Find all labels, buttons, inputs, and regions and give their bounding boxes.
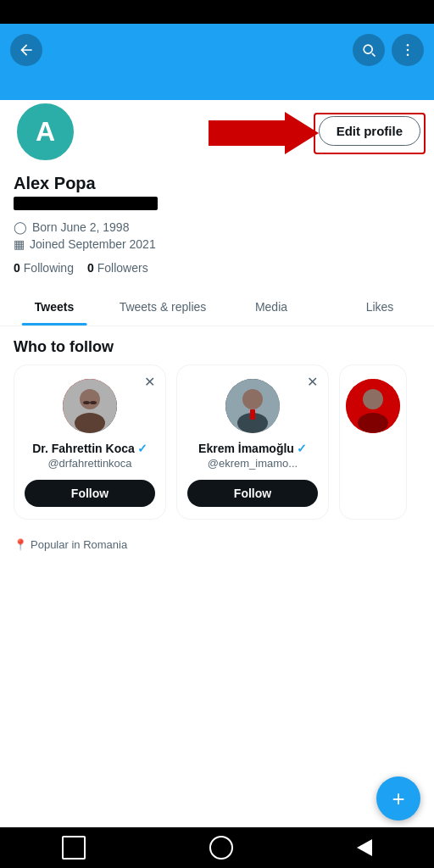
header-actions: [353, 34, 424, 66]
born-meta: ◯ Born June 2, 1998: [14, 220, 420, 234]
suggestion-avatar-0: [63, 379, 117, 433]
svg-rect-12: [250, 409, 255, 420]
search-button[interactable]: [353, 34, 385, 66]
back-button[interactable]: [10, 34, 42, 66]
svg-point-10: [242, 389, 263, 409]
annotation-arrow: [209, 108, 319, 159]
profile-meta: ◯ Born June 2, 1998 ▦ Joined September 2…: [14, 220, 420, 251]
avatar-row: A Edit profile: [14, 100, 420, 164]
follow-button-0[interactable]: Follow: [25, 480, 155, 507]
nav-back-button[interactable]: [357, 839, 372, 856]
status-bar: [0, 0, 434, 24]
svg-point-8: [90, 401, 97, 404]
svg-marker-3: [209, 112, 319, 154]
svg-point-1: [407, 49, 409, 52]
suggestion-card-0: ✕ Dr. Fahrettin Koca ✓ @drfahrettinkoca …: [14, 364, 166, 520]
svg-point-15: [358, 413, 388, 433]
nav-circle-button[interactable]: [209, 836, 233, 860]
tab-tweets[interactable]: Tweets: [0, 288, 108, 326]
followers-stat[interactable]: 0 Followers: [87, 261, 148, 275]
suggestion-avatar-2: [346, 379, 400, 433]
suggestion-name-0: Dr. Fahrettin Koca ✓: [32, 442, 147, 455]
svg-point-2: [407, 54, 409, 57]
follow-stats: 0 Following 0 Followers: [14, 261, 420, 275]
compose-fab[interactable]: +: [376, 776, 420, 821]
calendar-icon: ▦: [14, 237, 25, 251]
verified-badge-1: ✓: [297, 442, 307, 455]
profile-handle-bar: [14, 197, 158, 210]
verified-badge-0: ✓: [137, 442, 147, 455]
who-to-follow-title: Who to follow: [0, 326, 434, 364]
following-stat[interactable]: 0 Following: [14, 261, 74, 275]
tab-media[interactable]: Media: [217, 288, 326, 326]
birthday-icon: ◯: [14, 220, 27, 234]
location-icon: 📍: [14, 538, 27, 551]
svg-point-6: [75, 413, 105, 433]
svg-point-7: [83, 401, 90, 404]
joined-meta: ▦ Joined September 2021: [14, 237, 420, 251]
bottom-navigation: [0, 827, 434, 868]
follow-button-1[interactable]: Follow: [187, 480, 318, 507]
suggestion-handle-0: @drfahrettinkoca: [47, 457, 131, 470]
suggestion-handle-1: @ekrem_imamo...: [208, 457, 298, 470]
edit-profile-button[interactable]: Edit profile: [319, 116, 420, 146]
suggestions-row: ✕ Dr. Fahrettin Koca ✓ @drfahrettinkoca …: [0, 364, 434, 533]
tab-likes[interactable]: Likes: [326, 288, 434, 326]
profile-tabs: Tweets Tweets & replies Media Likes: [0, 288, 434, 326]
svg-point-5: [80, 389, 100, 409]
suggestion-avatar-1: [225, 379, 280, 433]
popular-label: 📍 Popular in Romania: [0, 533, 434, 551]
svg-point-14: [363, 389, 383, 409]
dismiss-button-0[interactable]: ✕: [144, 374, 155, 390]
tab-replies[interactable]: Tweets & replies: [108, 288, 217, 326]
edit-profile-wrapper: Edit profile: [319, 116, 420, 151]
svg-point-0: [407, 44, 409, 47]
nav-square-button[interactable]: [62, 836, 86, 860]
suggestion-card-2: [339, 364, 407, 520]
suggestion-name-1: Ekrem İmamoğlu ✓: [198, 442, 307, 455]
avatar: A: [14, 100, 77, 164]
profile-section: A Edit profile Alex Popa ◯ Born June 2, …: [0, 100, 434, 288]
profile-name: Alex Popa: [14, 174, 420, 193]
suggestion-card-1: ✕ Ekrem İmamoğlu ✓ @ekrem_imamo... Follo…: [176, 364, 329, 520]
more-button[interactable]: [392, 34, 424, 66]
dismiss-button-1[interactable]: ✕: [307, 374, 318, 390]
